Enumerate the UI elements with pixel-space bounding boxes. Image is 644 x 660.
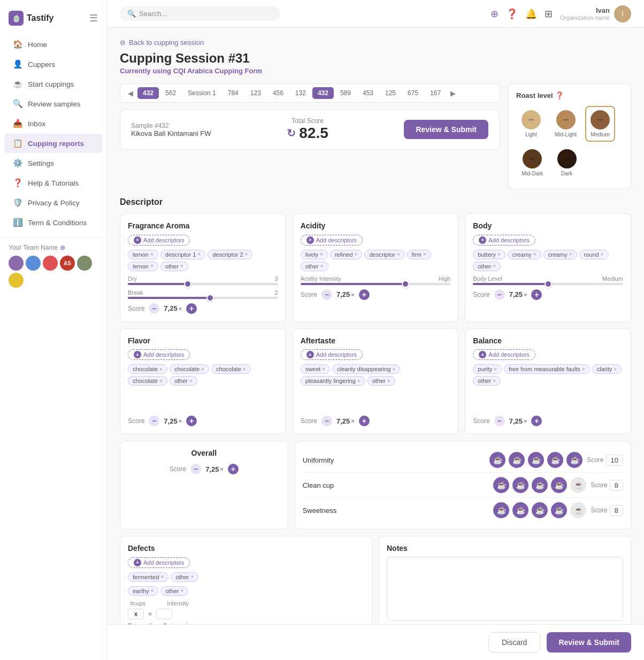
team-avatar-2[interactable] bbox=[43, 256, 58, 271]
tag-remove[interactable]: × bbox=[245, 251, 248, 257]
tag-remove[interactable]: × bbox=[397, 251, 400, 257]
cc-cup-3[interactable]: ☕ bbox=[532, 477, 548, 493]
tab-132[interactable]: 132 bbox=[290, 87, 311, 99]
sidebar-item-privacy[interactable]: 🛡️Privacy & Policy bbox=[4, 193, 102, 212]
tag-remove[interactable]: × bbox=[201, 366, 204, 372]
sidebar-item-review-samples[interactable]: 🔍Review samples bbox=[4, 94, 102, 113]
tag-remove[interactable]: × bbox=[355, 251, 358, 257]
sidebar-item-home[interactable]: 🏠Home bbox=[4, 35, 102, 54]
tag-remove[interactable]: × bbox=[320, 263, 324, 269]
balance-minus-btn[interactable]: − bbox=[494, 416, 505, 426]
tag-remove[interactable]: × bbox=[150, 251, 154, 257]
sidebar-item-settings[interactable]: ⚙️Settings bbox=[4, 154, 102, 173]
tag-remove[interactable]: × bbox=[533, 251, 536, 257]
sidebar-item-start-cuppings[interactable]: ☕Start cuppings bbox=[4, 74, 102, 94]
tabs-next-arrow[interactable]: ▶ bbox=[447, 88, 459, 98]
overall-minus-btn[interactable]: − bbox=[190, 464, 201, 474]
tag-remove[interactable]: × bbox=[180, 263, 183, 269]
body-plus-btn[interactable]: + bbox=[531, 289, 542, 300]
add-icon[interactable]: ⊕ bbox=[490, 8, 499, 20]
add-defects-btn[interactable]: + Add descriptors bbox=[128, 557, 190, 568]
cc-cup-5[interactable]: ☕ bbox=[570, 477, 586, 493]
defects-intensity-input[interactable] bbox=[156, 609, 172, 619]
tabs-prev-arrow[interactable]: ◀ bbox=[125, 88, 136, 98]
roast-option-mid-light[interactable]: Mid-Light bbox=[549, 106, 582, 142]
add-fragrance-btn[interactable]: + Add descriptors bbox=[128, 235, 190, 245]
tag-remove[interactable]: × bbox=[189, 378, 193, 384]
cup-5[interactable]: ☕ bbox=[566, 452, 582, 468]
cup-3[interactable]: ☕ bbox=[528, 452, 544, 468]
tag-remove[interactable]: × bbox=[497, 251, 501, 257]
tab-675[interactable]: 675 bbox=[402, 87, 424, 99]
tab-123[interactable]: 123 bbox=[245, 87, 266, 99]
hamburger-button[interactable]: ☰ bbox=[89, 12, 98, 24]
sw-cup-2[interactable]: ☕ bbox=[512, 502, 528, 518]
sidebar-item-cuppers[interactable]: 👤Cuppers bbox=[4, 55, 102, 74]
tag-remove[interactable]: × bbox=[614, 366, 617, 372]
cup-4[interactable]: ☕ bbox=[547, 452, 563, 468]
tab-432[interactable]: 432 bbox=[137, 87, 159, 99]
overall-plus-btn[interactable]: + bbox=[228, 464, 239, 474]
tab-784[interactable]: 784 bbox=[223, 87, 244, 99]
sw-cup-4[interactable]: ☕ bbox=[551, 502, 567, 518]
add-team-icon[interactable]: ⊕ bbox=[60, 244, 65, 251]
team-avatar-0[interactable] bbox=[9, 256, 24, 271]
cc-cup-4[interactable]: ☕ bbox=[551, 477, 567, 493]
acidity-plus-btn[interactable]: + bbox=[359, 289, 370, 300]
cup-2[interactable]: ☕ bbox=[509, 452, 525, 468]
tag-remove[interactable]: × bbox=[322, 366, 325, 372]
tag-remove[interactable]: × bbox=[393, 366, 396, 372]
sidebar-item-help[interactable]: ❓Help & Tutorials bbox=[4, 173, 102, 193]
tag-remove[interactable]: × bbox=[582, 366, 585, 372]
bell-icon[interactable]: 🔔 bbox=[525, 8, 537, 20]
tag-remove[interactable]: × bbox=[493, 263, 496, 269]
fragrance-plus-btn[interactable]: + bbox=[186, 303, 197, 314]
fragrance-minus-btn[interactable]: − bbox=[149, 303, 159, 314]
aftertaste-plus-btn[interactable]: + bbox=[359, 416, 370, 426]
tag-remove[interactable]: × bbox=[159, 378, 163, 384]
tag-remove[interactable]: × bbox=[569, 251, 572, 257]
body-minus-btn[interactable]: − bbox=[494, 289, 505, 300]
tab-Session 1[interactable]: Session 1 bbox=[182, 87, 221, 99]
tag-remove[interactable]: × bbox=[493, 378, 496, 384]
sw-cup-3[interactable]: ☕ bbox=[532, 502, 548, 518]
tag-remove[interactable]: × bbox=[243, 366, 246, 372]
roast-option-dark[interactable]: Dark bbox=[552, 145, 582, 181]
add-aftertaste-btn[interactable]: + Add descriptors bbox=[301, 349, 363, 360]
help-icon[interactable]: ❓ bbox=[506, 8, 518, 20]
tab-456[interactable]: 456 bbox=[267, 87, 289, 99]
flavor-plus-btn[interactable]: + bbox=[186, 416, 197, 426]
team-avatar-3[interactable]: AS bbox=[60, 256, 75, 271]
roast-help-icon[interactable]: ❓ bbox=[555, 91, 564, 99]
tab-125[interactable]: 125 bbox=[380, 87, 401, 99]
roast-option-mid-dark[interactable]: Mid-Dark bbox=[516, 145, 549, 181]
sidebar-item-inbox[interactable]: 📥Inbox bbox=[4, 114, 102, 133]
tag-remove[interactable]: × bbox=[320, 251, 323, 257]
tab-453[interactable]: 453 bbox=[357, 87, 379, 99]
defects-cups-input[interactable] bbox=[128, 609, 144, 619]
layout-icon[interactable]: ⊞ bbox=[545, 8, 553, 20]
discard-button[interactable]: Discard bbox=[488, 632, 540, 653]
add-flavor-btn[interactable]: + Add descriptors bbox=[128, 349, 190, 360]
tag-remove[interactable]: × bbox=[197, 251, 201, 257]
team-avatar-5[interactable] bbox=[9, 273, 24, 288]
add-balance-btn[interactable]: + Add descriptors bbox=[473, 349, 535, 360]
cup-1[interactable]: ☕ bbox=[489, 452, 505, 468]
tab-589[interactable]: 589 bbox=[335, 87, 356, 99]
tag-remove[interactable]: × bbox=[494, 366, 497, 372]
balance-plus-btn[interactable]: + bbox=[531, 416, 542, 426]
roast-option-light[interactable]: Light bbox=[516, 106, 546, 142]
notes-textarea[interactable] bbox=[387, 557, 623, 621]
flavor-minus-btn[interactable]: − bbox=[149, 416, 159, 426]
search-box[interactable]: 🔍 Search... bbox=[120, 6, 280, 21]
add-acidity-btn[interactable]: + Add descriptors bbox=[301, 235, 363, 245]
tag-remove[interactable]: × bbox=[150, 263, 154, 269]
team-avatar-4[interactable] bbox=[77, 256, 92, 271]
review-submit-button-top[interactable]: Review & Submit bbox=[404, 120, 488, 139]
add-body-btn[interactable]: + Add descriptors bbox=[473, 235, 535, 245]
tag-remove[interactable]: × bbox=[159, 366, 163, 372]
roast-option-medium[interactable]: Medium bbox=[585, 106, 615, 142]
tag-remove[interactable]: × bbox=[423, 251, 426, 257]
tab-432[interactable]: 432 bbox=[312, 87, 334, 99]
cc-cup-2[interactable]: ☕ bbox=[512, 477, 528, 493]
